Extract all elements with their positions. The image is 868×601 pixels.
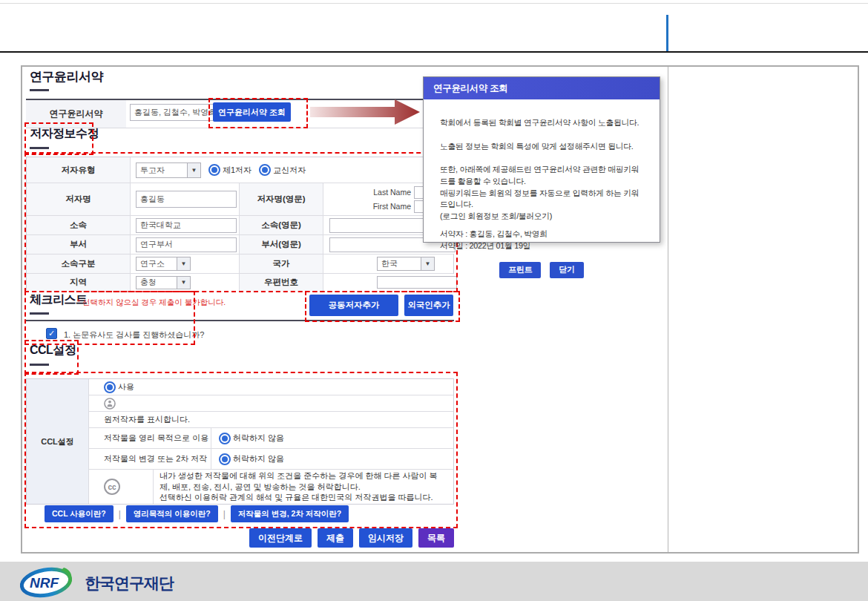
previous-step-button[interactable]: 이전단계로: [249, 528, 312, 548]
department-input[interactable]: [136, 237, 237, 252]
region-label: 지역: [27, 274, 131, 291]
corresponding-author-radio[interactable]: [259, 164, 271, 176]
ccl-derivative-label: 저작물의 변경 또는 2차 저작: [104, 453, 207, 464]
ccl-help-button-3[interactable]: 저작물의 변경, 2차 저작이란?: [231, 505, 349, 522]
nrf-logo-text: NRF: [30, 575, 59, 591]
popup-print-button[interactable]: 프린트: [499, 262, 541, 278]
chevron-down-icon[interactable]: ▼: [187, 163, 200, 177]
ccl-help-button-1[interactable]: CCL 사용이란?: [45, 505, 114, 522]
pledge-search-button[interactable]: 연구윤리서약 조회: [213, 102, 291, 122]
ccl-help-button-2[interactable]: 영리목적의 이용이란?: [126, 505, 218, 522]
affiliation-label: 소속: [27, 216, 131, 234]
popup-date: 서약일 : 2022년 01월 19일: [440, 240, 643, 252]
author-type-select[interactable]: 투고자 ▼: [136, 162, 201, 178]
zip-label: 우편번호: [240, 274, 323, 291]
ccl-commercial-radio[interactable]: [219, 433, 231, 444]
similarity-check-label: 1. 논문유사도 검사를 진행하셨습니까?: [64, 329, 204, 341]
author-name-label: 저자명: [27, 183, 131, 215]
submit-button[interactable]: 제출: [318, 528, 353, 548]
help-separator: |: [119, 509, 121, 519]
popup-close-button[interactable]: 닫기: [550, 262, 583, 278]
department-label: 부서: [27, 235, 131, 254]
author-name-en-label: 저자명(영문): [240, 183, 323, 215]
region-value: 충청: [137, 277, 177, 289]
popup-pledger: 서약자 : 홍길동, 김철수, 박영희: [440, 229, 643, 240]
chevron-down-icon[interactable]: ▼: [177, 257, 190, 270]
author-type-value: 투고자: [137, 163, 187, 177]
ccl-use-radio[interactable]: [104, 381, 116, 393]
checklist-title-underline: [30, 312, 49, 315]
popup-paragraph-3b: 매핑키워드는 회원의 정보를 자동으로 입력하게 하는 키워드입니다.: [440, 188, 643, 211]
author-title-underline: [30, 147, 49, 149]
cc-by-icon: [104, 398, 116, 410]
popup-paragraph-2: 노출된 정보는 학회의 특성에 맞게 설정해주시면 됩니다.: [440, 141, 643, 153]
last-name-label: Last Name: [323, 188, 411, 197]
ccl-commercial-label: 저작물을 영리 목적으로 이용: [104, 433, 208, 444]
footer-brand: 한국연구재단: [85, 574, 174, 591]
ccl-license-text-2: 선택하신 이용허락 관계의 해석 및 규율은 대한민국의 저작권법을 따릅니다.: [160, 492, 447, 503]
cc-icon: cc: [104, 479, 120, 495]
temp-save-button[interactable]: 임시저장: [359, 528, 412, 548]
ccl-commercial-value: 허락하지 않음: [233, 433, 284, 444]
top-blue-tick: [666, 15, 668, 51]
department-en-label: 부서(영문): [240, 235, 323, 254]
ccl-section-title: CCL설정: [30, 343, 76, 358]
add-foreigner-button[interactable]: 외국인추가: [404, 295, 453, 316]
first-author-radio-label: 제1저자: [223, 165, 251, 176]
author-section-title: 저자정보수정: [30, 126, 99, 142]
ccl-title-underline: [30, 364, 49, 366]
top-hairline: [0, 3, 868, 4]
nrf-logo: NRF 한국연구재단: [18, 565, 211, 599]
corresponding-author-radio-label: 교신저자: [273, 165, 306, 176]
checklist-note: * 선택하지 않으실 경우 제출이 불가합니다.: [77, 298, 226, 308]
country-value: 한국: [378, 257, 421, 270]
title-underline: [30, 89, 49, 91]
add-coauthor-button[interactable]: 공동저자추가: [309, 295, 398, 316]
screen: 연구윤리서약 연구윤리서약 연구윤리서약 조회 저자정보수정 저자유형 투고자 …: [0, 0, 868, 601]
affiliation-input[interactable]: [136, 218, 237, 233]
ccl-use-label: 사용: [118, 381, 134, 393]
ccl-derivative-radio[interactable]: [219, 453, 231, 465]
footer: NRF 한국연구재단: [0, 562, 868, 601]
red-arrow: [310, 98, 421, 126]
popup-paragraph-3a: 또한, 아래쪽에 제공해드린 연구윤리서약 관련한 매핑키워드를 활용할 수 있…: [440, 164, 643, 187]
help-separator: |: [223, 509, 226, 519]
country-label: 국가: [240, 254, 323, 273]
affiliation-type-label: 소속구분: [27, 254, 131, 273]
pledge-search-popup: 연구윤리서약 조회 학회에서 등록된 학회별 연구윤리서약 사항이 노출됩니다.…: [423, 76, 660, 243]
top-divider-line: [0, 51, 868, 53]
affiliation-type-select[interactable]: 연구소 ▼: [136, 257, 191, 271]
author-name-input[interactable]: [136, 191, 237, 208]
ccl-license-text-1: 내가 생성한 저작물에 대해 위의 조건을 준수하는 경우에 한해 다른 사람이…: [160, 470, 447, 493]
popup-paragraph-1: 학회에서 등록된 학회별 연구윤리서약 사항이 노출됩니다.: [440, 117, 643, 129]
author-type-label: 저자유형: [27, 157, 131, 183]
ccl-derivative-value: 허락하지 않음: [233, 453, 284, 464]
popup-paragraph-3c: (로그인 회원정보 조회/불러오기): [440, 211, 643, 223]
affiliation-type-value: 연구소: [137, 257, 177, 270]
chevron-down-icon[interactable]: ▼: [177, 277, 190, 289]
ccl-attribution-text: 원저작자를 표시합니다.: [104, 414, 190, 425]
first-name-label: First Name: [323, 202, 411, 211]
similarity-check-checkbox[interactable]: ✓: [46, 328, 57, 339]
panel-vertical-divider: [668, 67, 668, 552]
pledge-label: 연구윤리서약: [26, 100, 126, 128]
ccl-table: CCL설정 사용 원저작자를 표시합니다. 저작물을 영리 목적으로 이용: [26, 378, 454, 505]
ccl-header-cell: CCL설정: [27, 379, 89, 504]
page-title: 연구윤리서약: [30, 68, 103, 85]
list-button[interactable]: 목록: [418, 528, 454, 548]
pledge-input[interactable]: [130, 104, 219, 121]
author-form: 저자유형 투고자 ▼ 제1저자 교신저자 저자명 저자명(영문) Last: [26, 157, 454, 290]
first-author-radio[interactable]: [208, 164, 220, 176]
checklist-divider: [26, 320, 454, 321]
affiliation-en-label: 소속(영문): [240, 216, 323, 234]
popup-title: 연구윤리서약 조회: [424, 77, 660, 99]
region-select[interactable]: 충청 ▼: [136, 276, 191, 289]
